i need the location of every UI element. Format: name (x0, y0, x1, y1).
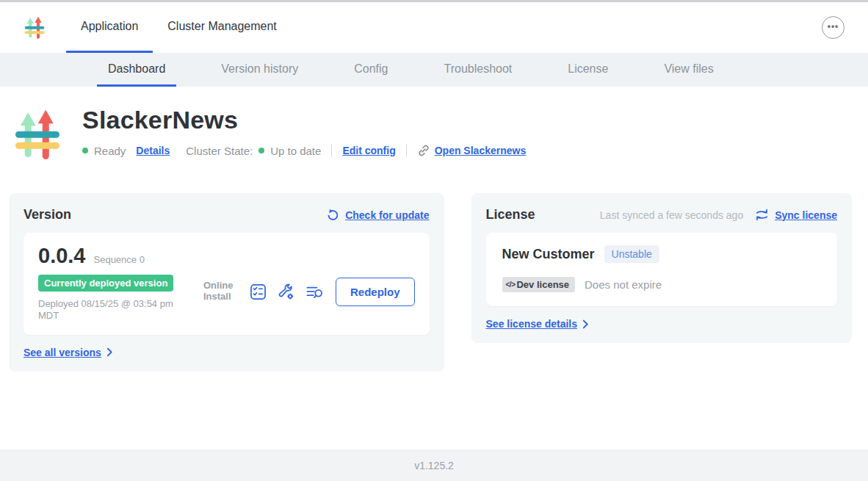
subnav-item-license[interactable]: License (557, 53, 619, 87)
chevron-right-icon (106, 347, 113, 357)
version-card-title: Version (23, 207, 71, 223)
chain-link-icon (417, 144, 430, 157)
channel-badge: Unstable (604, 245, 659, 263)
see-all-versions-link[interactable]: See all versions (23, 347, 430, 358)
chevron-right-icon (582, 319, 589, 329)
see-license-details-label: See license details (486, 318, 578, 330)
subnav-item-view-files[interactable]: View files (653, 53, 724, 87)
last-synced-text: Last synced a few seconds ago (600, 209, 743, 221)
sequence-label: Sequence 0 (94, 254, 145, 265)
overflow-menu-button[interactable]: ••• (822, 16, 845, 39)
dashboard-cards: Version Check for update 0.0.4 Sequence … (9, 193, 852, 372)
subnav-item-version-history[interactable]: Version history (210, 53, 309, 87)
divider (331, 144, 332, 157)
view-deploy-logs-button[interactable] (305, 284, 325, 300)
wrench-gear-icon (278, 283, 294, 300)
see-all-versions-label: See all versions (23, 347, 101, 358)
deployed-status-badge: Currently deployed version (38, 275, 173, 292)
app-logo-small[interactable] (23, 16, 46, 40)
tab-cluster-management[interactable]: Cluster Management (153, 2, 292, 53)
app-status-row: Ready Details Cluster State: Up to date … (82, 144, 526, 157)
subnav-dashboard-label: Dashboard (108, 62, 165, 76)
license-type-tag: </> Dev license (502, 277, 576, 292)
ellipsis-icon: ••• (828, 26, 839, 29)
refresh-icon (326, 209, 339, 222)
sync-arrows-icon (755, 209, 769, 221)
edit-config-link[interactable]: Edit config (342, 145, 395, 156)
top-nav-bar: Application Cluster Management ••• (0, 2, 868, 53)
license-detail-card: New Customer Unstable </> Dev license Do… (486, 233, 837, 306)
subnav-view-files-label: View files (664, 62, 713, 76)
version-card: Version Check for update 0.0.4 Sequence … (9, 193, 444, 372)
license-type-label: Dev license (516, 279, 569, 290)
subnav-item-dashboard[interactable]: Dashboard (97, 53, 176, 87)
tab-application[interactable]: Application (66, 2, 153, 53)
subnav-item-config[interactable]: Config (343, 53, 399, 87)
code-icon: </> (506, 281, 516, 289)
app-status-dot (82, 148, 88, 153)
license-expiration: Does not expire (585, 278, 662, 291)
check-for-update-link[interactable]: Check for update (326, 209, 429, 222)
sync-license-link[interactable]: Sync license (755, 209, 837, 221)
edit-config-button[interactable] (278, 283, 294, 300)
logs-magnifier-icon (305, 284, 325, 300)
dashboard-main: SlackerNews Ready Details Cluster State:… (0, 87, 868, 372)
app-header: SlackerNews Ready Details Cluster State:… (0, 87, 868, 169)
license-card-title: License (486, 207, 535, 223)
open-app-label: Open Slackernews (435, 145, 527, 156)
tab-application-label: Application (81, 20, 138, 33)
app-sub-nav: Dashboard Version history Config Trouble… (0, 53, 868, 87)
page-title: SlackerNews (82, 106, 526, 134)
open-app-link[interactable]: Open Slackernews (417, 144, 527, 157)
slackernews-logo-icon (13, 101, 62, 169)
checklist-icon (250, 283, 267, 300)
license-card: License Last synced a few seconds ago Sy… (471, 193, 852, 343)
cluster-state-text: Up to date (270, 145, 321, 157)
see-license-details-link[interactable]: See license details (486, 318, 837, 330)
subnav-license-label: License (568, 62, 608, 76)
subnav-version-history-label: Version history (221, 62, 298, 76)
redeploy-button[interactable]: Redeploy (336, 278, 415, 306)
subnav-config-label: Config (354, 62, 388, 76)
slackernews-logo-icon (23, 16, 46, 40)
cluster-state-label: Cluster State: (186, 145, 253, 157)
app-status-text: Ready (94, 145, 126, 157)
top-nav-tabs: Application Cluster Management (66, 2, 292, 53)
divider (406, 144, 407, 157)
customer-name: New Customer (502, 247, 595, 262)
subnav-item-troubleshoot[interactable]: Troubleshoot (433, 53, 523, 87)
cluster-state-dot (258, 148, 264, 153)
status-details-link[interactable]: Details (136, 145, 170, 156)
install-type-label: Online Install (203, 281, 239, 303)
preflight-checks-button[interactable] (250, 283, 267, 300)
app-logo-large (13, 101, 62, 169)
current-version-card: 0.0.4 Sequence 0 Currently deployed vers… (23, 233, 430, 335)
sync-license-label: Sync license (775, 209, 837, 221)
deployed-timestamp: Deployed 08/15/25 @ 03:54 pm MDT (38, 298, 194, 322)
console-version: v1.125.2 (414, 460, 454, 471)
tab-cluster-management-label: Cluster Management (167, 20, 277, 33)
subnav-troubleshoot-label: Troubleshoot (444, 62, 512, 76)
version-number: 0.0.4 (38, 244, 86, 268)
check-for-update-label: Check for update (345, 209, 429, 221)
console-footer: v1.125.2 (0, 449, 868, 481)
